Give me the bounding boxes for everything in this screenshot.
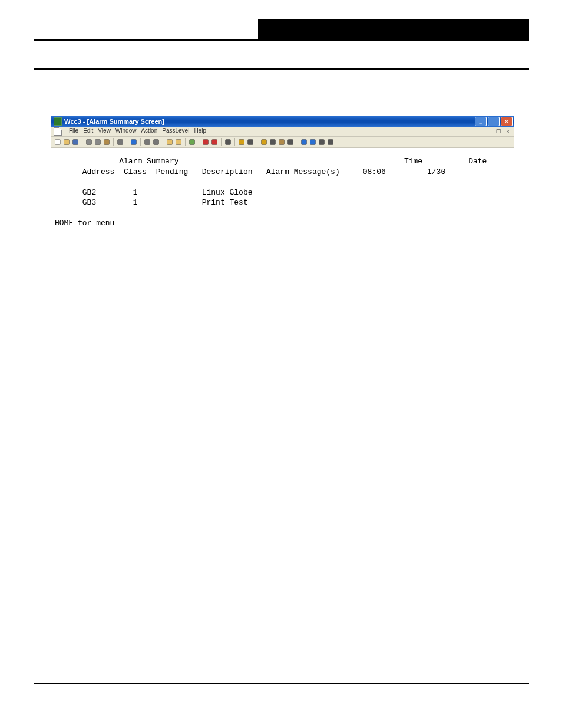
svg-rect-2	[73, 140, 78, 145]
app-icon	[54, 117, 62, 126]
col-spacer	[422, 157, 468, 166]
tool-b-icon[interactable]	[309, 138, 317, 146]
svg-rect-12	[190, 140, 195, 145]
maximize-button[interactable]: □	[488, 117, 500, 126]
toolbar-separator	[199, 138, 199, 146]
open-icon[interactable]	[62, 138, 71, 146]
cell-address: GB3	[82, 198, 96, 207]
svg-rect-4	[95, 140, 101, 145]
tool-a-icon[interactable]	[300, 138, 308, 146]
new-icon[interactable]	[54, 138, 62, 146]
svg-rect-16	[239, 140, 244, 145]
mdi-controls: _ ❐ ×	[485, 129, 511, 134]
menu-action[interactable]: Action	[141, 127, 157, 136]
save-icon[interactable]	[71, 138, 80, 146]
lock-icon[interactable]	[277, 138, 286, 146]
toolbar-separator	[297, 138, 297, 146]
cut-icon[interactable]	[85, 138, 93, 146]
col-spacer	[55, 198, 82, 207]
mdi-close-button[interactable]: ×	[504, 129, 511, 134]
svg-rect-9	[154, 140, 159, 145]
col-description: Description	[202, 167, 253, 176]
toolbar-separator	[221, 138, 222, 146]
col-messages: Alarm Message(s)	[266, 167, 340, 176]
badge-star-icon[interactable]	[260, 138, 268, 146]
time-label: Time	[404, 157, 422, 166]
bookmark-icon[interactable]	[188, 138, 196, 146]
toolbar-separator	[163, 138, 163, 146]
mdi-minimize-button[interactable]: _	[485, 129, 492, 134]
window-icon[interactable]	[286, 138, 295, 146]
time-value: 08:06	[363, 167, 386, 176]
svg-rect-3	[87, 140, 92, 145]
cell-address: GB2	[82, 188, 96, 197]
table-row: GB3 1 Print Test	[55, 197, 510, 208]
menu-file[interactable]: File	[69, 127, 78, 136]
menu-help[interactable]: Help	[194, 127, 206, 136]
svg-rect-6	[118, 140, 123, 145]
toolbar-separator	[257, 138, 257, 146]
print-preview-a-icon[interactable]	[143, 138, 151, 146]
wand-icon[interactable]	[246, 138, 254, 146]
app-window: Wcc3 - [Alarm Summary Screen] _ □ × File…	[51, 116, 514, 235]
mdi-doc-icon	[54, 127, 62, 136]
link-icon[interactable]	[269, 138, 277, 146]
cell-description: Linux Globe	[202, 188, 253, 197]
mdi-restore-button[interactable]: ❐	[495, 129, 502, 134]
svg-rect-14	[212, 140, 217, 145]
tool-c-icon[interactable]	[318, 138, 326, 146]
svg-rect-7	[131, 140, 137, 145]
svg-rect-20	[279, 140, 285, 145]
date-value: 1/30	[427, 167, 445, 176]
svg-rect-8	[145, 140, 150, 145]
svg-rect-10	[167, 140, 173, 145]
copy-icon[interactable]	[94, 138, 102, 146]
date-label: Date	[468, 157, 487, 166]
titlebar: Wcc3 - [Alarm Summary Screen] _ □ ×	[51, 116, 514, 127]
col-class: Class	[124, 167, 147, 176]
rule-top-thick	[34, 39, 529, 41]
tool-d-icon[interactable]	[326, 138, 335, 146]
folder-b-icon[interactable]	[174, 138, 183, 146]
print-preview-b-icon[interactable]	[152, 138, 160, 146]
window-title: Wcc3 - [Alarm Summary Screen]	[64, 118, 164, 125]
toolbar-separator	[234, 138, 235, 146]
svg-rect-11	[176, 140, 181, 145]
svg-rect-22	[302, 140, 307, 145]
minimize-button[interactable]: _	[475, 117, 487, 126]
menu-edit[interactable]: Edit	[83, 127, 93, 136]
paste-icon[interactable]	[103, 138, 111, 146]
menu-window[interactable]: Window	[115, 127, 137, 136]
svg-rect-19	[270, 140, 276, 145]
print-icon[interactable]	[116, 138, 124, 146]
col-spacer	[55, 188, 82, 197]
bell-a-icon[interactable]	[201, 138, 210, 146]
filter-icon[interactable]	[224, 138, 232, 146]
toolbar-separator	[140, 138, 141, 146]
header-line: Alarm Summary Time Date	[55, 156, 510, 167]
svg-rect-18	[262, 140, 267, 145]
col-spacer	[114, 167, 124, 176]
col-address: Address	[82, 167, 115, 176]
svg-rect-0	[55, 140, 61, 145]
col-spacer	[137, 188, 201, 197]
rule-under-heading	[34, 68, 529, 70]
menu-passlevel[interactable]: PassLevel	[162, 127, 189, 136]
header-black-bar	[258, 19, 529, 41]
svg-rect-25	[328, 140, 333, 145]
col-spacer	[340, 167, 363, 176]
col-spacer	[188, 167, 201, 176]
svg-rect-21	[288, 140, 293, 145]
col-spacer	[253, 167, 266, 176]
col-spacer	[55, 167, 82, 176]
blank-line	[55, 208, 510, 219]
folder-a-icon[interactable]	[166, 138, 174, 146]
menu-view[interactable]: View	[98, 127, 111, 136]
help-icon[interactable]	[130, 138, 138, 146]
toolbar	[51, 137, 514, 148]
bell-b-icon[interactable]	[210, 138, 219, 146]
table-row: GB2 1 Linux Globe	[55, 187, 510, 198]
svg-rect-5	[104, 140, 110, 145]
star-icon[interactable]	[237, 138, 246, 146]
close-button[interactable]: ×	[501, 117, 513, 126]
